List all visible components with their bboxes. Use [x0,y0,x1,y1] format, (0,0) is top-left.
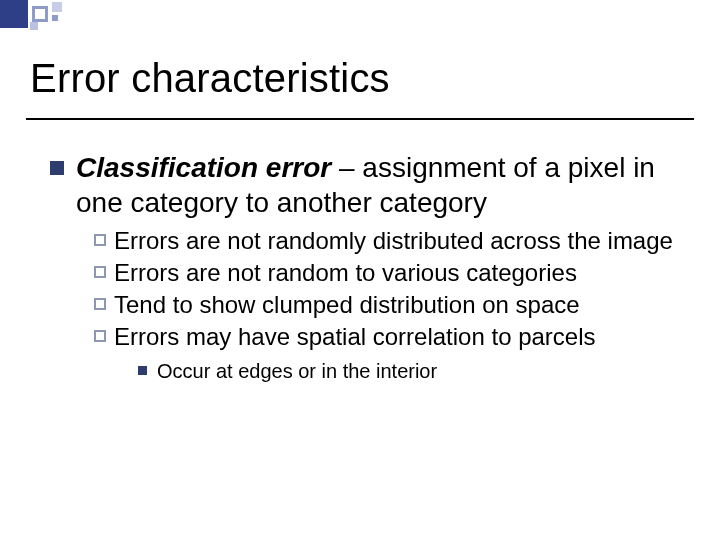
term-emphasis: Classification error [76,152,331,183]
deco-square [52,15,58,21]
list-item: Errors are not randomly distributed acro… [94,226,680,256]
bullet-square-icon [138,366,147,375]
title-underline [26,118,694,120]
deco-square [52,2,62,12]
deco-square [30,22,38,30]
bullet-hollow-square-icon [94,330,106,342]
slide-title: Error characteristics [30,56,390,101]
deco-square [0,0,28,28]
slide-body: Classification error – assignment of a p… [50,150,680,384]
list-item-text: Tend to show clumped distribution on spa… [114,290,580,320]
list-item-text: Errors are not random to various categor… [114,258,577,288]
list-item-text: Errors are not randomly distributed acro… [114,226,673,256]
list-item-text: Occur at edges or in the interior [157,358,437,384]
bullet-hollow-square-icon [94,298,106,310]
deco-square [32,6,48,22]
bullet-hollow-square-icon [94,266,106,278]
list-item-text: Errors may have spatial correlation to p… [114,322,596,352]
bullet-hollow-square-icon [94,234,106,246]
list-item: Tend to show clumped distribution on spa… [94,290,680,320]
corner-decoration [0,0,160,30]
sub-list: Errors are not randomly distributed acro… [94,226,680,384]
list-item: Errors may have spatial correlation to p… [94,322,680,352]
subsub-list: Occur at edges or in the interior [138,358,680,384]
list-item-text: Classification error – assignment of a p… [76,150,680,220]
slide: Error characteristics Classification err… [0,0,720,540]
list-item: Errors are not random to various categor… [94,258,680,288]
list-item: Classification error – assignment of a p… [50,150,680,220]
bullet-square-icon [50,161,64,175]
list-item: Occur at edges or in the interior [138,358,680,384]
